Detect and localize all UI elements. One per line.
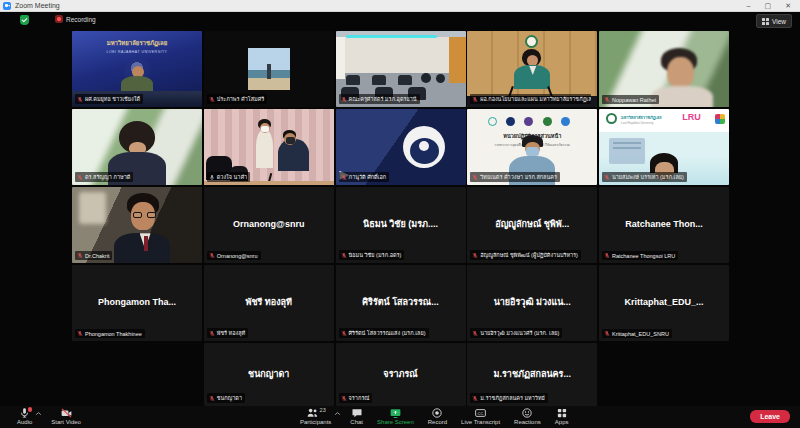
participant-name-tag: นายอิรวุฒิ ม่วงแนวศรี (มรภ. เลย) [470, 328, 562, 338]
muted-mic-icon [209, 330, 215, 337]
window-title: Zoom Meeting [15, 2, 60, 9]
participant-name-label: ชนกญาดา [217, 394, 242, 402]
participant-name-label: ภานุวัติ ศักดิ์เอก [349, 173, 387, 181]
zoom-app-icon [3, 2, 11, 10]
participant-name-tag: ชนกญาดา [207, 393, 245, 403]
close-button[interactable]: ✕ [785, 0, 791, 12]
obs-logo-dot [419, 141, 429, 151]
record-button[interactable]: Record [421, 407, 454, 426]
video-tile[interactable]: คณะครุศาสตร์ มรภ.อุดรธานี [336, 31, 466, 107]
participant-name-label: ดวงใจ นาคำ [217, 173, 247, 181]
video-tile[interactable]: จราภรณ์ จราภรณ์ [336, 343, 466, 406]
video-tile[interactable]: Noppawan Rathet [599, 31, 729, 107]
maximize-button[interactable]: ▢ [765, 0, 772, 12]
cc-icon: CC [474, 407, 487, 419]
muted-mic-icon [604, 174, 610, 181]
recording-indicator[interactable]: Recording [55, 15, 96, 23]
muted-mic-icon [341, 174, 347, 181]
video-tile[interactable]: อัญญูลักษณ์ ชุพิพั... อัญญูลักษณ์ ชุพิพั… [467, 187, 597, 263]
participant-name-tag: อัญญูลักษณ์ ชุพิพัฒน์ (ผู้ปฏิบัติงานบริห… [470, 250, 581, 260]
mic-icon [19, 407, 30, 419]
glasses-right-lens [147, 212, 156, 218]
video-tile[interactable]: Ornanong@snru Ornanong@snru [204, 187, 334, 263]
participant-name-tag: ม.ราชภัฏสกลนคร มหาวิทย์ [470, 393, 548, 403]
participant-name-label: Dr.Chakrit [85, 253, 109, 259]
video-tile[interactable]: หน่วยปฏิบัติการส่วนหน้ากระทรวงการอุดมศึก… [467, 109, 597, 185]
participant-display-name: นายอิรวุฒิ ม่วงแน... [471, 295, 593, 309]
chat-button[interactable]: Chat [343, 407, 370, 426]
encryption-shield-icon[interactable] [20, 15, 29, 25]
chair [346, 75, 360, 85]
participant-name-label: จราภรณ์ [349, 394, 370, 402]
participant-name-tag: Dr.Chakrit [75, 251, 112, 260]
reactions-button[interactable]: Reactions [507, 407, 548, 426]
leave-button[interactable]: Leave [750, 410, 790, 423]
video-tile[interactable]: ม.ราชภัฏสกลนคร... ม.ราชภัฏสกลนคร มหาวิทย… [467, 343, 597, 406]
seated-person-body [278, 139, 309, 171]
gallery-grid-icon [762, 18, 769, 25]
toolbar-item-label: Audio [17, 419, 32, 426]
participant-name-label: ประภาพร คำโสมศรี [217, 95, 264, 103]
video-tile[interactable]: Phongamon Tha... Phongamon Thakhinee [72, 265, 202, 341]
video-tile[interactable]: ดร.สรัญญา ภาษาดี [72, 109, 202, 185]
participant-name-label: Noppawan Rathet [612, 97, 656, 103]
view-label: View [772, 18, 786, 25]
notification-badge [28, 407, 33, 412]
video-tile[interactable]: นิธมน วิชัย (มรภ.... นิธมน วิชัย (มรภ.อด… [336, 187, 466, 263]
logo-circle [488, 117, 497, 126]
video-tile[interactable]: Ratchanee Thon... Ratchanee Thongsoi LRU [599, 187, 729, 263]
participant-name-tag: ภานุวัติ ศักดิ์เอก [339, 172, 390, 182]
participant-display-name: ม.ราชภัฏสกลนคร... [471, 366, 593, 380]
apps-button[interactable]: Apps [548, 407, 576, 426]
video-tile[interactable]: ศิริรัตน์ โสลวรรณ... ศิริรัตน์ โสลวรรณแส… [336, 265, 466, 341]
participant-name-label: Phongamon Thakhinee [85, 331, 142, 337]
participant-name-tag: วิทยเนตร คำวงษา มรภ.สกลนคร [470, 172, 560, 182]
video-tile[interactable]: ผอ.กองนโยบายและแผน มหาวิทยาลัยราชภัฏเลย [467, 31, 597, 107]
camera-off-icon [60, 407, 73, 419]
participant-name-label: ม.ราชภัฏสกลนคร มหาวิทย์ [480, 394, 545, 402]
lru-emblem [606, 113, 617, 124]
video-tile[interactable]: ชนกญาดา ชนกญาดา [204, 343, 334, 406]
cc-button[interactable]: CCLive Transcript [454, 407, 507, 426]
logo-circle [543, 117, 552, 126]
video-tile[interactable]: พัชรี ทองลุที พัชรี ทองลุที [204, 265, 334, 341]
svg-text:CC: CC [478, 411, 484, 416]
person-face [667, 57, 694, 89]
building-silhouette [609, 138, 645, 164]
audio-button[interactable]: Audio [10, 407, 39, 426]
record-icon [431, 407, 443, 419]
backdrop-logo [525, 35, 538, 48]
video-tile[interactable]: ภานุวัติ ศักดิ์เอก [336, 109, 466, 185]
chevron-up-icon[interactable] [35, 411, 42, 416]
view-button[interactable]: View [756, 14, 792, 28]
video-tile[interactable]: ประภาพร คำโสมศรี [204, 31, 334, 107]
video-tile[interactable]: Dr.Chakrit [72, 187, 202, 263]
video-tile[interactable]: Krittaphat_EDU_... Krittaphat_EDU_SNRU [599, 265, 729, 341]
participant-display-name: Phongamon Tha... [76, 297, 198, 307]
video-tile[interactable]: มหาวิทยาลัยราชภัฏเลยLOEI RAJABHAT UNIVER… [72, 31, 202, 107]
participant-name-tag: Ratchanee Thongsoi LRU [602, 251, 678, 260]
share-button[interactable]: Share Screen [370, 407, 421, 426]
chat-icon [351, 407, 363, 419]
mic-on-icon [209, 174, 215, 181]
video-tile[interactable]: ดวงใจ นาคำ [204, 109, 334, 185]
muted-mic-icon [341, 96, 347, 103]
participant-display-name: ชนกญาดา [208, 366, 330, 380]
meeting-area: Recording View มหาวิทยาลัยราชภัฏเลยLOEI … [0, 12, 800, 406]
participant-name-tag: Krittaphat_EDU_SNRU [602, 329, 672, 338]
participants-button[interactable]: 23Participants [293, 407, 338, 426]
video-tile[interactable]: มหาวิทยาลัยราชภัฏเลยLoei Rajabhat Univer… [599, 109, 729, 185]
chevron-up-icon[interactable] [334, 411, 341, 416]
backdrop-university-name-th: มหาวิทยาลัยราชภัฏเลย [72, 38, 202, 48]
lru-name-en: Loei Rajabhat University [621, 121, 681, 125]
partner-logo [715, 114, 725, 124]
participant-name-label: คณะครุศาสตร์ มรภ.อุดรธานี [349, 95, 417, 103]
window-controls: – ▢ ✕ [747, 0, 800, 12]
muted-mic-icon [472, 395, 478, 402]
video-tile[interactable]: นายอิรวุฒิ ม่วงแน... นายอิรวุฒิ ม่วงแนวศ… [467, 265, 597, 341]
participant-name-tag: Noppawan Rathet [602, 95, 659, 104]
lru-abbr: LRU [682, 112, 701, 122]
video-button[interactable]: Start Video [44, 407, 88, 426]
minimize-button[interactable]: – [747, 0, 751, 12]
participant-name-tag: ผศ.คมยุทธ ชาวเชียงใต้ [75, 94, 143, 104]
